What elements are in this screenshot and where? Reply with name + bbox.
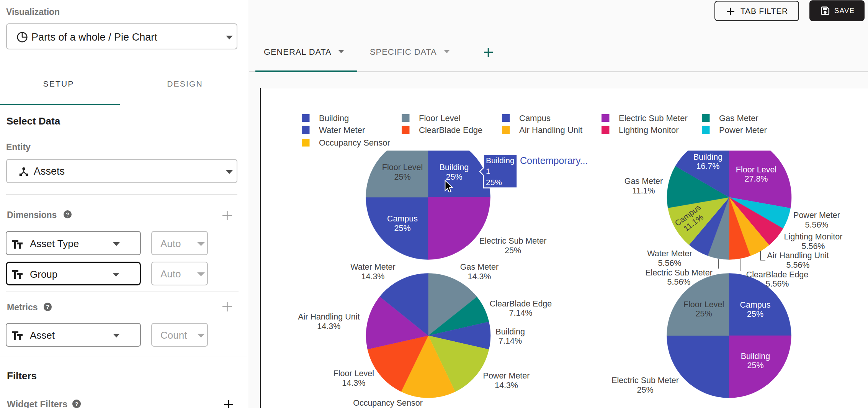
svg-text:Contemporary...: Contemporary... bbox=[520, 155, 588, 166]
svg-text:25%: 25% bbox=[695, 309, 712, 318]
svg-text:7.14%: 7.14% bbox=[509, 308, 533, 318]
svg-text:5.56%: 5.56% bbox=[658, 259, 682, 268]
svg-text:Gas Meter: Gas Meter bbox=[460, 262, 499, 272]
svg-text:25%: 25% bbox=[637, 385, 653, 395]
svg-text:Air Handling Unit: Air Handling Unit bbox=[519, 125, 582, 135]
svg-text:Power Meter: Power Meter bbox=[793, 211, 840, 220]
svg-text:14.3%: 14.3% bbox=[495, 381, 518, 390]
svg-text:14.3%: 14.3% bbox=[317, 322, 340, 331]
svg-text:7.14%: 7.14% bbox=[499, 336, 522, 346]
svg-text:25%: 25% bbox=[747, 310, 763, 319]
svg-text:5.56%: 5.56% bbox=[667, 277, 691, 287]
svg-text:Gas Meter: Gas Meter bbox=[719, 113, 758, 123]
svg-text:Air Handling Unit: Air Handling Unit bbox=[298, 312, 360, 321]
svg-text:Electric Sub Meter: Electric Sub Meter bbox=[619, 113, 688, 123]
svg-text:5.56%: 5.56% bbox=[802, 242, 825, 251]
svg-text:Building: Building bbox=[319, 113, 349, 123]
svg-text:14.3%: 14.3% bbox=[342, 379, 365, 388]
svg-text:Building: Building bbox=[486, 156, 515, 165]
svg-text:Building: Building bbox=[440, 163, 469, 172]
svg-text:Occupancy Sensor: Occupancy Sensor bbox=[319, 138, 390, 147]
svg-text:Electric Sub Meter: Electric Sub Meter bbox=[611, 376, 679, 385]
svg-text:Floor Level: Floor Level bbox=[736, 165, 776, 174]
svg-text:Floor Level: Floor Level bbox=[333, 369, 374, 378]
svg-text:Electric Sub Meter: Electric Sub Meter bbox=[645, 268, 713, 277]
svg-text:Power Meter: Power Meter bbox=[483, 371, 530, 380]
svg-text:Campus: Campus bbox=[740, 300, 770, 310]
svg-text:27.8%: 27.8% bbox=[745, 174, 768, 184]
svg-text:ClearBlade Edge: ClearBlade Edge bbox=[746, 270, 809, 279]
svg-text:ClearBlade Edge: ClearBlade Edge bbox=[419, 125, 482, 135]
svg-text:25%: 25% bbox=[446, 172, 462, 182]
svg-text:Air Handling Unit: Air Handling Unit bbox=[767, 251, 829, 260]
svg-text:1: 1 bbox=[486, 167, 490, 175]
svg-text:5.56%: 5.56% bbox=[805, 220, 829, 229]
svg-text:Floor Level: Floor Level bbox=[419, 113, 461, 123]
svg-text:16.7%: 16.7% bbox=[696, 162, 720, 171]
svg-text:Building: Building bbox=[693, 152, 723, 162]
svg-text:Water Meter: Water Meter bbox=[350, 262, 395, 272]
svg-text:Floor Level: Floor Level bbox=[382, 163, 423, 172]
svg-text:Lighting Monitor: Lighting Monitor bbox=[619, 125, 679, 135]
svg-text:25%: 25% bbox=[747, 361, 763, 370]
svg-text:Gas Meter: Gas Meter bbox=[624, 177, 663, 186]
svg-text:14.3%: 14.3% bbox=[361, 272, 385, 281]
svg-text:Floor Level: Floor Level bbox=[683, 300, 724, 309]
svg-text:25%: 25% bbox=[394, 224, 410, 233]
svg-text:ClearBlade Edge: ClearBlade Edge bbox=[490, 299, 552, 308]
svg-text:Building: Building bbox=[495, 327, 525, 336]
svg-text:Building: Building bbox=[741, 352, 770, 361]
svg-text:11.1%: 11.1% bbox=[632, 186, 655, 195]
svg-text:Campus: Campus bbox=[387, 214, 418, 223]
svg-text:25%: 25% bbox=[394, 172, 410, 182]
svg-text:Power Meter: Power Meter bbox=[719, 125, 767, 135]
svg-text:Campus: Campus bbox=[519, 113, 551, 123]
svg-text:14.3%: 14.3% bbox=[468, 272, 491, 281]
svg-text:5.56%: 5.56% bbox=[766, 279, 789, 288]
svg-text:Water Meter: Water Meter bbox=[647, 249, 692, 258]
svg-text:Water Meter: Water Meter bbox=[319, 125, 365, 135]
svg-text:Occupancy Sensor: Occupancy Sensor bbox=[353, 398, 423, 408]
svg-text:Electric Sub Meter: Electric Sub Meter bbox=[479, 236, 547, 246]
svg-text:25%: 25% bbox=[486, 178, 502, 187]
svg-text:Lighting Monitor: Lighting Monitor bbox=[784, 232, 843, 241]
svg-text:5.56%: 5.56% bbox=[786, 261, 810, 270]
svg-text:25%: 25% bbox=[505, 246, 521, 255]
